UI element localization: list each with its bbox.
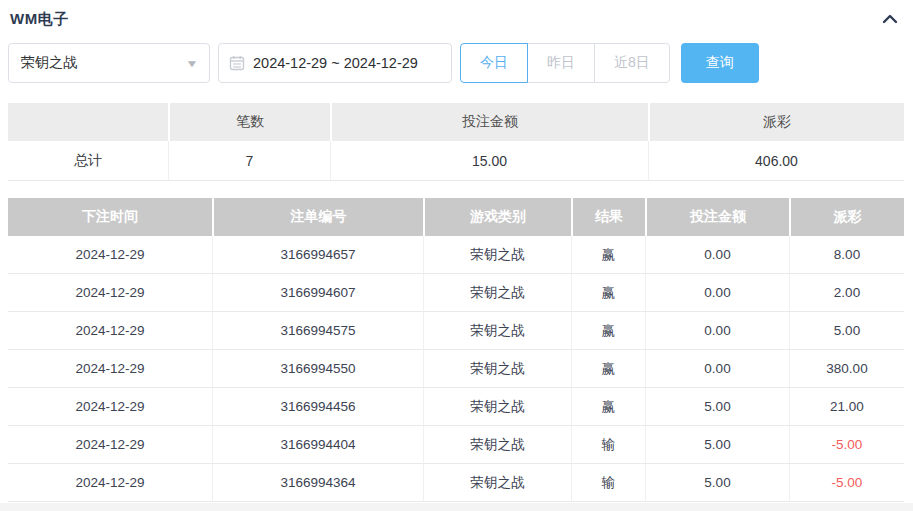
result-cell: 赢 — [571, 350, 645, 388]
bet-id-cell: 3166994550 — [212, 350, 423, 388]
page-title: WM电子 — [10, 10, 69, 29]
bet-time-cell: 2024-12-29 — [8, 464, 212, 502]
bet-id-cell: 3166994364 — [212, 464, 423, 502]
summary-total-label: 总计 — [8, 141, 168, 181]
date-range-input[interactable]: 2024-12-29 ~ 2024-12-29 — [218, 43, 452, 83]
game-type-cell: 荣钥之战 — [423, 464, 571, 502]
detail-header-bet-id: 注单编号 — [212, 198, 423, 236]
table-row: 2024-12-293166994364荣钥之战输5.00-5.00 — [8, 464, 904, 502]
summary-total-row: 总计 7 15.00 406.00 — [8, 141, 904, 181]
detail-header-bet-time: 下注时间 — [8, 198, 212, 236]
bet-id-cell: 3166994657 — [212, 236, 423, 274]
bet-amount-cell: 0.00 — [645, 236, 789, 274]
bet-amount-cell: 5.00 — [645, 388, 789, 426]
summary-total-bet-amount: 15.00 — [330, 141, 648, 181]
table-row: 2024-12-293166994575荣钥之战赢0.005.00 — [8, 312, 904, 350]
wm-panel: WM电子 荣钥之战 ▼ 2024-12-29 ~ — [0, 0, 913, 503]
bet-time-cell: 2024-12-29 — [8, 236, 212, 274]
summary-header-bet-amount: 投注金额 — [330, 103, 648, 141]
game-type-cell: 荣钥之战 — [423, 274, 571, 312]
bet-id-cell: 3166994456 — [212, 388, 423, 426]
summary-header-count: 笔数 — [168, 103, 330, 141]
panel-header: WM电子 — [8, 6, 904, 32]
bet-amount-cell: 0.00 — [645, 274, 789, 312]
chevron-up-icon — [882, 13, 898, 28]
summary-total-payout: 406.00 — [648, 141, 904, 181]
summary-header-row: 笔数 投注金额 派彩 — [8, 103, 904, 141]
summary-table: 笔数 投注金额 派彩 总计 7 15.00 406.00 — [8, 103, 904, 181]
filter-bar: 荣钥之战 ▼ 2024-12-29 ~ 2024-12-29 今日 昨日 近8日 — [8, 43, 904, 83]
payout-cell: 380.00 — [789, 350, 904, 388]
payout-cell: -5.00 — [789, 464, 904, 502]
summary-header-empty — [8, 103, 168, 141]
table-row: 2024-12-293166994404荣钥之战输5.00-5.00 — [8, 426, 904, 464]
game-select[interactable]: 荣钥之战 ▼ — [8, 43, 210, 83]
last-8-days-button[interactable]: 近8日 — [594, 43, 670, 83]
result-cell: 输 — [571, 464, 645, 502]
bet-amount-cell: 5.00 — [645, 426, 789, 464]
table-row: 2024-12-293166994607荣钥之战赢0.002.00 — [8, 274, 904, 312]
game-type-cell: 荣钥之战 — [423, 312, 571, 350]
bet-amount-cell: 0.00 — [645, 350, 789, 388]
payout-cell: -5.00 — [789, 426, 904, 464]
result-cell: 赢 — [571, 236, 645, 274]
table-row: 2024-12-293166994456荣钥之战赢5.0021.00 — [8, 388, 904, 426]
detail-header-payout: 派彩 — [789, 198, 904, 236]
yesterday-button[interactable]: 昨日 — [527, 43, 595, 83]
game-type-cell: 荣钥之战 — [423, 388, 571, 426]
result-cell: 赢 — [571, 274, 645, 312]
summary-total-count: 7 — [168, 141, 330, 181]
payout-cell: 8.00 — [789, 236, 904, 274]
bet-time-cell: 2024-12-29 — [8, 388, 212, 426]
result-cell: 赢 — [571, 312, 645, 350]
date-range-value: 2024-12-29 ~ 2024-12-29 — [253, 55, 418, 71]
bet-id-cell: 3166994575 — [212, 312, 423, 350]
payout-cell: 21.00 — [789, 388, 904, 426]
detail-header-bet-amount: 投注金额 — [645, 198, 789, 236]
result-cell: 输 — [571, 426, 645, 464]
bet-amount-cell: 0.00 — [645, 312, 789, 350]
bet-amount-cell: 5.00 — [645, 464, 789, 502]
search-button[interactable]: 查询 — [681, 43, 759, 83]
detail-header-game-type: 游戏类别 — [423, 198, 571, 236]
detail-table: 下注时间 注单编号 游戏类别 结果 投注金额 派彩 2024-12-293166… — [8, 198, 904, 502]
calendar-icon — [229, 55, 245, 71]
table-row: 2024-12-293166994550荣钥之战赢0.00380.00 — [8, 350, 904, 388]
bet-id-cell: 3166994607 — [212, 274, 423, 312]
chevron-down-icon: ▼ — [185, 58, 199, 69]
game-select-value: 荣钥之战 — [21, 54, 77, 72]
game-type-cell: 荣钥之战 — [423, 236, 571, 274]
bet-time-cell: 2024-12-29 — [8, 274, 212, 312]
summary-header-payout: 派彩 — [648, 103, 904, 141]
detail-table-body: 2024-12-293166994657荣钥之战赢0.008.002024-12… — [8, 236, 904, 502]
quick-filter-group: 今日 昨日 近8日 — [460, 43, 670, 83]
detail-header-row: 下注时间 注单编号 游戏类别 结果 投注金额 派彩 — [8, 198, 904, 236]
collapse-panel-button[interactable] — [880, 11, 900, 27]
detail-header-result: 结果 — [571, 198, 645, 236]
today-button[interactable]: 今日 — [460, 43, 528, 83]
payout-cell: 5.00 — [789, 312, 904, 350]
table-row: 2024-12-293166994657荣钥之战赢0.008.00 — [8, 236, 904, 274]
game-type-cell: 荣钥之战 — [423, 350, 571, 388]
game-type-cell: 荣钥之战 — [423, 426, 571, 464]
bet-time-cell: 2024-12-29 — [8, 426, 212, 464]
bet-id-cell: 3166994404 — [212, 426, 423, 464]
bet-time-cell: 2024-12-29 — [8, 312, 212, 350]
payout-cell: 2.00 — [789, 274, 904, 312]
result-cell: 赢 — [571, 388, 645, 426]
bet-time-cell: 2024-12-29 — [8, 350, 212, 388]
